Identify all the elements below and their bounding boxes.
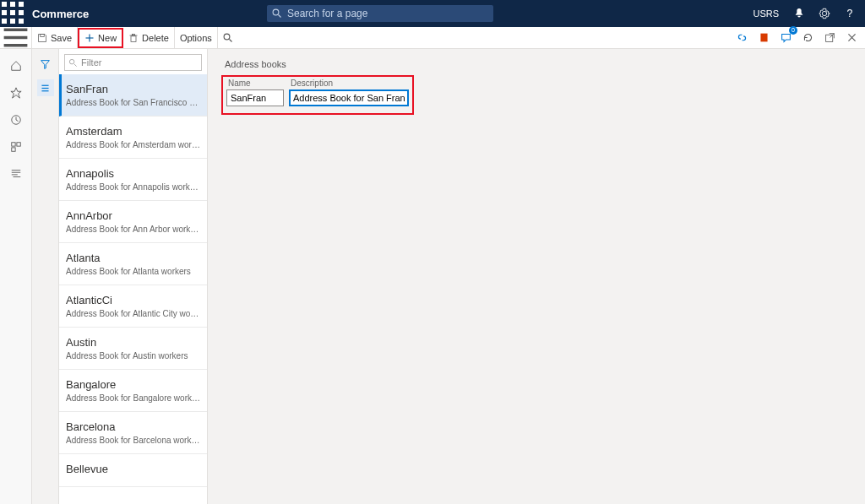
- svg-rect-4: [10, 10, 15, 15]
- filter-column: [32, 49, 59, 504]
- name-label: Name: [226, 79, 284, 88]
- list-item[interactable]: AtlantaAddress Book for Atlanta workers: [59, 243, 207, 285]
- action-bar: Save New Delete Options 0: [0, 27, 865, 49]
- list-item-desc: Address Book for Atlanta workers: [66, 267, 200, 276]
- content-area: Address books Name Description: [208, 49, 865, 504]
- options-label: Options: [180, 33, 212, 43]
- search-icon: [223, 33, 233, 43]
- list-item-desc: Address Book for Amsterdam workers: [66, 140, 200, 149]
- search-toolbar-button[interactable]: [218, 27, 238, 49]
- svg-line-39: [74, 63, 77, 66]
- list-item-desc: Address Book for Atlantic City workers: [66, 309, 200, 318]
- name-input[interactable]: [226, 89, 284, 106]
- svg-line-22: [229, 39, 231, 41]
- svg-rect-0: [2, 2, 7, 7]
- description-input[interactable]: [289, 89, 409, 106]
- delete-label: Delete: [142, 33, 169, 43]
- messages-icon[interactable]: 0: [775, 28, 796, 48]
- popout-icon[interactable]: [819, 28, 840, 48]
- list-panel: Filter SanFranAddress Book for San Franc…: [59, 49, 208, 504]
- trash-icon: [128, 33, 139, 43]
- svg-point-21: [224, 34, 230, 40]
- close-icon[interactable]: [841, 28, 862, 48]
- new-button[interactable]: New: [78, 28, 123, 48]
- list-item-title: Barcelona: [66, 420, 200, 433]
- link-icon[interactable]: [732, 28, 752, 48]
- list-item[interactable]: BangaloreAddress Book for Bangalore work…: [59, 370, 207, 412]
- funnel-icon[interactable]: [37, 56, 54, 73]
- list-item-title: Bellevue: [66, 463, 200, 475]
- help-icon[interactable]: ?: [838, 0, 862, 27]
- page-title: Address books: [221, 59, 851, 69]
- list-item[interactable]: AmsterdamAddress Book for Amsterdam work…: [59, 117, 207, 159]
- list-item-title: Atlanta: [66, 252, 200, 264]
- office-icon[interactable]: [753, 28, 774, 48]
- filter-input[interactable]: Filter: [64, 54, 202, 71]
- list-item-title: AtlanticCi: [66, 294, 200, 306]
- gear-icon[interactable]: [813, 0, 836, 27]
- save-label: Save: [51, 33, 72, 43]
- bell-icon[interactable]: [787, 0, 811, 27]
- hamburger-icon[interactable]: [0, 27, 32, 49]
- svg-rect-1: [10, 2, 15, 7]
- list-item-desc: Address Book for Annapolis workers: [66, 182, 200, 192]
- svg-rect-28: [11, 143, 14, 146]
- list-item-title: AnnArbor: [66, 209, 200, 222]
- list-item[interactable]: AtlanticCiAddress Book for Atlantic City…: [59, 285, 207, 328]
- list-item[interactable]: AnnArborAddress Book for Ann Arbor worke…: [59, 201, 207, 243]
- svg-rect-29: [16, 143, 19, 146]
- svg-text:?: ?: [847, 8, 853, 19]
- list-item-desc: Address Book for Austin workers: [66, 351, 200, 360]
- svg-point-9: [273, 9, 279, 15]
- search-icon: [272, 8, 282, 19]
- workspace-icon[interactable]: [8, 138, 24, 155]
- svg-rect-15: [41, 34, 45, 36]
- brand-label: Commerce: [32, 8, 89, 20]
- new-label: New: [98, 33, 117, 43]
- list-item-desc: Address Book for Bangalore workers: [66, 393, 200, 403]
- address-book-list: SanFranAddress Book for San Francisco st…: [59, 74, 207, 504]
- list-item-title: Annapolis: [66, 167, 200, 180]
- star-icon[interactable]: [8, 84, 24, 101]
- list-item[interactable]: Bellevue: [59, 454, 207, 487]
- save-button[interactable]: Save: [32, 27, 78, 49]
- name-field-group: Name: [226, 79, 284, 106]
- list-item[interactable]: SanFranAddress Book for San Francisco st…: [59, 74, 207, 117]
- home-icon[interactable]: [8, 57, 24, 74]
- svg-line-10: [279, 15, 281, 18]
- list-item[interactable]: BarcelonaAddress Book for Barcelona work…: [59, 412, 207, 454]
- options-button[interactable]: Options: [175, 27, 218, 49]
- list-item[interactable]: AustinAddress Book for Austin workers: [59, 328, 207, 370]
- list-item-desc: Address Book for Ann Arbor workers: [66, 225, 200, 234]
- app-header: Commerce Search for a page USRS ?: [0, 0, 865, 27]
- refresh-icon[interactable]: [797, 28, 818, 48]
- modules-icon[interactable]: [8, 165, 24, 182]
- save-icon: [37, 33, 47, 43]
- description-label: Description: [289, 79, 409, 88]
- recent-icon[interactable]: [8, 111, 24, 128]
- list-item-title: Amsterdam: [66, 125, 200, 138]
- main-area: Filter SanFranAddress Book for San Franc…: [0, 49, 865, 504]
- svg-rect-23: [760, 34, 767, 42]
- delete-button[interactable]: Delete: [123, 27, 175, 49]
- form-highlight: Name Description: [221, 75, 414, 115]
- left-nav: [0, 49, 32, 504]
- svg-rect-3: [2, 10, 7, 15]
- list-item[interactable]: AnnapolisAddress Book for Annapolis work…: [59, 159, 207, 201]
- svg-rect-30: [11, 148, 14, 151]
- list-item-desc: Address Book for San Francisco store wor…: [66, 98, 200, 107]
- search-placeholder: Search for a page: [287, 8, 367, 19]
- description-field-group: Description: [289, 79, 409, 106]
- user-label[interactable]: USRS: [746, 8, 786, 19]
- search-box[interactable]: Search for a page: [267, 5, 493, 22]
- svg-rect-2: [19, 2, 24, 7]
- svg-rect-18: [131, 35, 136, 41]
- svg-rect-20: [133, 34, 135, 35]
- list-item-title: Bangalore: [66, 378, 200, 391]
- list-item-title: Austin: [66, 336, 200, 349]
- list-view-icon[interactable]: [37, 79, 54, 96]
- svg-point-38: [69, 59, 74, 64]
- list-item-title: SanFran: [66, 83, 200, 95]
- svg-rect-5: [19, 10, 24, 15]
- filter-search-icon: [68, 58, 78, 68]
